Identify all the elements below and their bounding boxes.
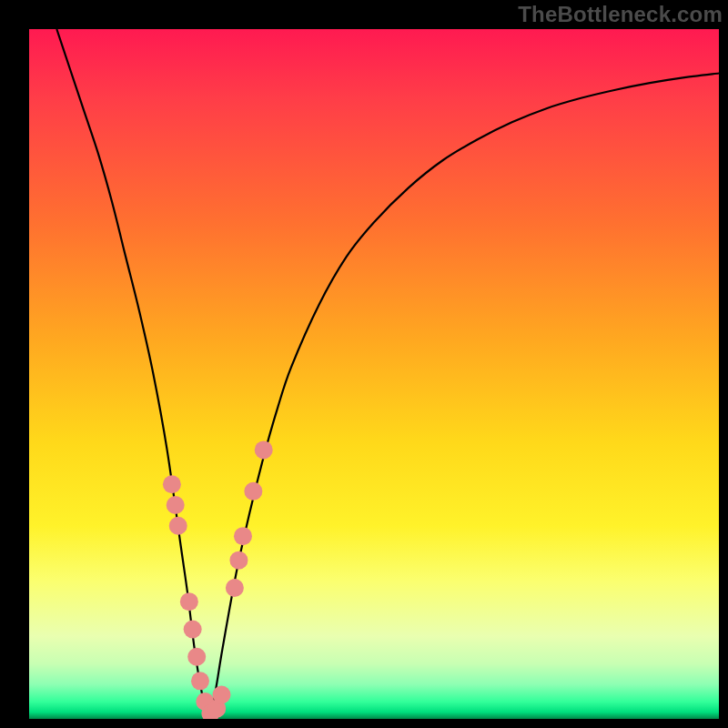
data-marker: [244, 482, 262, 500]
data-marker: [167, 496, 185, 514]
data-marker: [187, 648, 206, 666]
data-marker: [234, 527, 252, 545]
curve-layer: [29, 29, 719, 719]
data-marker: [184, 620, 202, 638]
data-marker: [191, 672, 209, 690]
data-marker: [212, 685, 230, 703]
data-marker: [229, 551, 248, 570]
data-marker: [169, 517, 187, 535]
watermark-text: TheBottleneck.com: [518, 2, 723, 27]
data-marker: [226, 579, 244, 597]
data-marker: [180, 592, 198, 611]
data-marker: [255, 440, 273, 459]
plot-area: [29, 29, 719, 719]
chart-frame: TheBottleneck.com: [0, 0, 728, 728]
data-marker: [163, 475, 181, 493]
bottleneck-curve: [56, 29, 719, 719]
